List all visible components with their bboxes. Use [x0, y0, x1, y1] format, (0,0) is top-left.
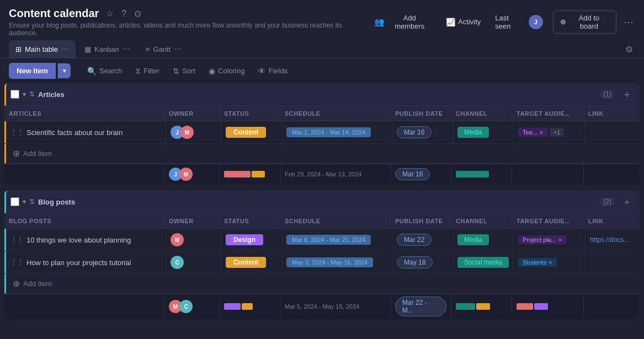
channel-badge-social: Social media: [457, 257, 509, 268]
col-header-articles-owner: Owner: [164, 106, 220, 121]
summary-cell-status: [220, 297, 280, 316]
cell-articles-1-owner[interactable]: J M: [166, 121, 221, 143]
settings-button[interactable]: ⚙: [623, 42, 635, 57]
publish-date-badge: May 18: [397, 256, 433, 268]
eye-icon[interactable]: ⊙: [132, 7, 143, 20]
summary-cell-schedule: Feb 29, 2024 - Mar 13, 2024: [280, 164, 391, 184]
group-articles-add-col[interactable]: ＋: [619, 87, 635, 102]
col-header-articles-channel: Channel: [451, 106, 512, 121]
add-icon: ⊕: [13, 278, 20, 289]
drag-handle[interactable]: ⋮⋮: [10, 259, 24, 266]
table-row: ⋮⋮ 10 things we love about planning M De…: [4, 229, 640, 251]
summary-avatars: J M: [169, 168, 193, 181]
cell-blog-1-link[interactable]: https://docs...: [586, 229, 644, 251]
coloring-icon: ◉: [209, 67, 215, 76]
summary-cell-target: [512, 164, 584, 184]
cell-blog-1-name: ⋮⋮ 10 things we love about planning: [6, 229, 166, 251]
col-header-blog-owner: Owner: [164, 213, 220, 228]
coloring-button[interactable]: ◉ Coloring: [203, 63, 250, 79]
fields-button[interactable]: 👁 Fields: [252, 63, 293, 79]
avatar-m: M: [180, 126, 194, 139]
cell-blog-1-target[interactable]: Project pla... ✕: [514, 229, 586, 251]
cell-blog-1-status[interactable]: Design: [221, 229, 282, 251]
group-blog-sort-icon: ⇅: [29, 198, 35, 206]
summary-cell-owner: J M: [164, 164, 220, 184]
group-blog-header: ▾ ⇅ Blog posts (2) ＋: [4, 191, 640, 213]
drag-handle[interactable]: ⋮⋮: [10, 128, 24, 136]
more-options-button[interactable]: ⋯: [622, 14, 635, 30]
cell-blog-2-schedule[interactable]: May 3, 2024 - May 16, 2024: [282, 251, 392, 273]
group-articles-col-headers: Articles Owner Status Schedule Publish d…: [4, 106, 640, 121]
app-title-icons: ☆ ? ⊙: [104, 7, 143, 20]
header-left: Content calendar ☆ ? ⊙ Ensure your blog …: [9, 7, 370, 37]
summary-cell-publish: Mar 16: [391, 164, 451, 184]
add-members-button[interactable]: 👥 Add members: [370, 12, 436, 33]
col-header-blog-channel: Channel: [451, 213, 512, 228]
group-articles-chevron[interactable]: ▾: [23, 90, 26, 98]
group-blog-count: (2): [599, 197, 615, 206]
sort-icon: ⇅: [173, 67, 179, 76]
gantt-more-dots[interactable]: ⋯: [174, 45, 182, 53]
cell-articles-1-status[interactable]: Content: [221, 121, 282, 143]
cell-blog-1-owner[interactable]: M: [166, 229, 221, 251]
tag-more[interactable]: +1: [550, 128, 565, 137]
col-header-articles-status: Status: [220, 106, 280, 121]
cell-blog-2-publish[interactable]: May 18: [392, 251, 453, 273]
last-seen-area: Last seen J: [491, 12, 547, 33]
cell-blog-2-target[interactable]: Students ✕: [514, 251, 586, 273]
publish-date-badge: Mar 22: [397, 234, 432, 246]
cell-blog-2-status[interactable]: Content: [221, 251, 282, 273]
status-badge-design: Design: [226, 234, 263, 245]
add-icon: ⊕: [13, 148, 20, 159]
add-item-blog[interactable]: ⊕ Add Item: [4, 274, 640, 294]
avatar-c: C: [171, 256, 184, 269]
search-button[interactable]: 🔍 Search: [82, 63, 127, 79]
tab-kanban[interactable]: ▦ Kanban ⋯: [78, 40, 137, 58]
status-bar-2: [252, 171, 265, 177]
add-to-board-button[interactable]: ⊕ Add to board: [553, 10, 616, 34]
blog-row-2: ⋮⋮ How to plan your projects tutorial C …: [6, 251, 644, 273]
group-blog-posts: ▾ ⇅ Blog posts (2) ＋ Blog posts Owner St…: [4, 191, 640, 319]
group-blog-chevron[interactable]: ▾: [23, 198, 26, 206]
cell-blog-2-channel[interactable]: Social media: [453, 251, 514, 273]
kanban-more-dots[interactable]: ⋯: [123, 45, 130, 53]
filter-button[interactable]: ⧖ Filter: [130, 63, 165, 79]
cell-blog-2-owner[interactable]: C: [166, 251, 221, 273]
plus-circle-icon: ⊕: [560, 18, 566, 26]
new-item-dropdown-arrow[interactable]: ▾: [58, 63, 71, 78]
link-text[interactable]: https://docs...: [590, 236, 629, 244]
summary-publish: Mar 16: [395, 168, 430, 180]
add-item-articles[interactable]: ⊕ Add Item: [4, 144, 640, 164]
group-blog-checkbox[interactable]: [10, 197, 19, 206]
owner-avatars: J M: [171, 126, 194, 139]
col-header-blog-status: Status: [220, 213, 280, 228]
tab-more-dots[interactable]: ⋯: [61, 45, 69, 53]
sort-button[interactable]: ⇅ Sort: [167, 63, 201, 79]
summary-row-blog: M C Mar 5, 2024 - May 15, 2024 Mar 22 - …: [4, 294, 640, 319]
info-icon[interactable]: ?: [120, 7, 128, 20]
cell-blog-1-publish[interactable]: Mar 22: [392, 229, 453, 251]
drag-handle[interactable]: ⋮⋮: [10, 236, 24, 244]
group-blog-add-col[interactable]: ＋: [619, 194, 635, 209]
summary-cell-name: [4, 164, 164, 184]
cell-articles-1-publish[interactable]: Mar 16: [392, 121, 453, 143]
cell-articles-1-channel[interactable]: Media: [453, 121, 514, 143]
toolbar: New Item ▾ 🔍 Search ⧖ Filter ⇅ Sort ◉ Co…: [0, 58, 644, 83]
cell-articles-1-target[interactable]: Tea... ✕ +1: [514, 121, 586, 143]
col-header-blog-name: Blog posts: [4, 213, 164, 228]
channel-badge: Media: [457, 127, 489, 138]
summary-cell-target: [512, 297, 584, 316]
cell-articles-1-schedule[interactable]: Mar 1, 2024 - Mar 14, 2024: [282, 121, 392, 143]
star-icon[interactable]: ☆: [104, 7, 115, 20]
status-bar-1: [224, 171, 251, 177]
summary-cell-status: [220, 164, 280, 184]
tab-gantt[interactable]: ≡ Gantt ⋯: [139, 40, 188, 58]
cell-blog-1-schedule[interactable]: Mar 6, 2024 - Mar 21, 2024: [282, 229, 392, 251]
new-item-button[interactable]: New Item: [9, 63, 56, 79]
tab-main-table[interactable]: ⊞ Main table ⋯: [9, 40, 76, 58]
activity-button[interactable]: 📈 Activity: [441, 15, 485, 29]
tag-team: Tea... ✕: [518, 128, 548, 137]
group-articles-checkbox[interactable]: [10, 90, 19, 99]
app-title-row: Content calendar ☆ ? ⊙: [9, 7, 370, 20]
cell-blog-1-channel[interactable]: Media: [453, 229, 514, 251]
